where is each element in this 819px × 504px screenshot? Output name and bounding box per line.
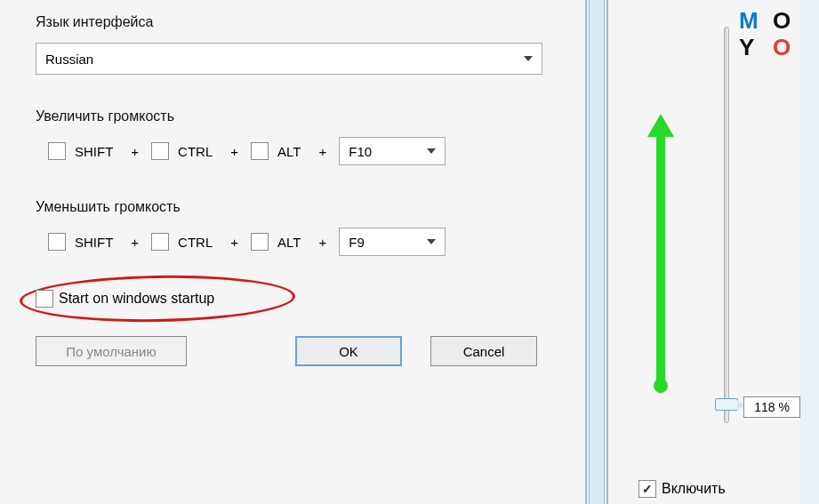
moyo-logo: M O Y O	[739, 7, 799, 59]
enable-label: Включить	[662, 481, 726, 497]
annotation-arrow	[656, 133, 665, 389]
startup-label: Start on windows startup	[59, 291, 214, 307]
language-label: Язык интерфейса	[36, 14, 550, 30]
plus-sign: +	[230, 144, 238, 159]
enable-checkbox[interactable]	[638, 480, 656, 498]
panel-divider	[589, 0, 605, 504]
ctrl-checkbox-increase[interactable]	[151, 142, 169, 160]
cancel-button[interactable]: Cancel	[430, 336, 537, 366]
language-value: Russian	[45, 52, 93, 67]
volume-percent-box: 118 %	[743, 396, 800, 418]
chevron-down-icon	[427, 239, 436, 244]
startup-wrap: Start on windows startup	[36, 290, 550, 308]
ctrl-label: CTRL	[178, 235, 213, 250]
shift-label: SHIFT	[75, 144, 113, 159]
startup-checkbox[interactable]	[36, 290, 53, 308]
button-row: По умолчанию OK Cancel	[36, 336, 550, 366]
alt-label: ALT	[277, 144, 301, 159]
shift-checkbox-decrease[interactable]	[48, 233, 66, 251]
volume-panel: 118 % Включить	[606, 0, 800, 504]
ok-button[interactable]: OK	[295, 336, 402, 366]
logo-y: Y	[739, 34, 766, 59]
alt-checkbox-increase[interactable]	[251, 142, 269, 160]
plus-sign: +	[230, 235, 238, 250]
increase-hotkey-row: SHIFT + CTRL + ALT + F10	[36, 137, 550, 165]
chevron-down-icon	[524, 56, 533, 61]
shift-checkbox-increase[interactable]	[48, 142, 66, 160]
logo-o1: O	[773, 7, 799, 32]
logo-m: M	[739, 7, 766, 32]
settings-panel: Язык интерфейса Russian Увеличить громко…	[0, 0, 587, 504]
increase-key-value: F10	[349, 144, 372, 159]
volume-slider-thumb[interactable]	[715, 398, 738, 411]
plus-sign: +	[131, 144, 139, 159]
alt-label: ALT	[277, 235, 301, 250]
decrease-hotkey-row: SHIFT + CTRL + ALT + F9	[36, 228, 550, 256]
logo-o2: O	[773, 34, 799, 59]
alt-checkbox-decrease[interactable]	[251, 233, 269, 251]
ctrl-label: CTRL	[178, 144, 213, 159]
chevron-down-icon	[427, 148, 436, 154]
shift-label: SHIFT	[75, 235, 113, 250]
plus-sign: +	[318, 144, 326, 159]
volume-slider-track[interactable]	[724, 27, 729, 423]
default-button[interactable]: По умолчанию	[36, 336, 187, 366]
increase-volume-label: Увеличить громкость	[36, 108, 550, 124]
increase-key-select[interactable]: F10	[339, 137, 446, 165]
plus-sign: +	[318, 235, 326, 250]
plus-sign: +	[131, 235, 139, 250]
language-select[interactable]: Russian	[36, 43, 542, 75]
enable-row: Включить	[638, 480, 726, 498]
decrease-key-select[interactable]: F9	[339, 228, 446, 256]
decrease-key-value: F9	[349, 235, 365, 250]
decrease-volume-label: Уменьшить громкость	[36, 199, 550, 215]
ctrl-checkbox-decrease[interactable]	[151, 233, 169, 251]
